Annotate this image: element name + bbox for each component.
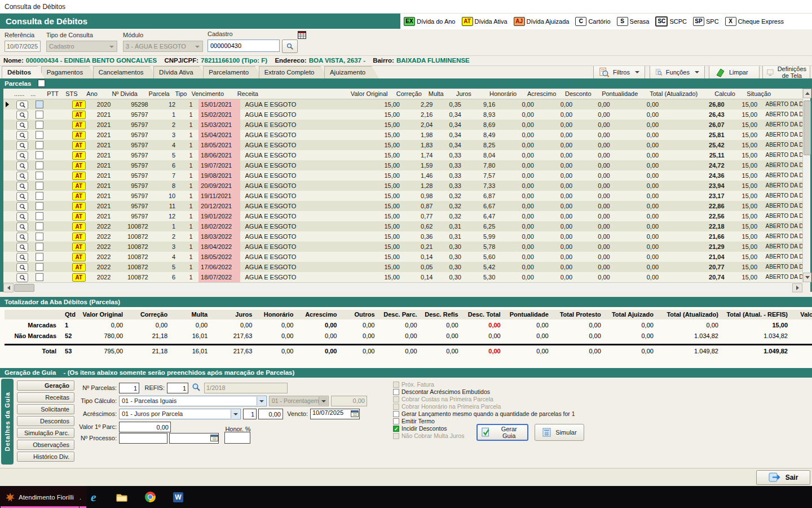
simular-button[interactable]: Simular xyxy=(535,424,584,441)
table-row[interactable]: AT 2021 95797 5 1 18/06/2021 AGUA E ESGO… xyxy=(3,150,802,160)
row-magnifier-button[interactable] xyxy=(16,172,28,181)
table-row[interactable]: AT 2022 100872 5 1 17/06/2022 AGUA E ESG… xyxy=(3,262,802,272)
row-checkbox[interactable] xyxy=(36,182,43,190)
table-row[interactable]: AT 2022 100872 6 1 18/07/2022 AGUA E ESG… xyxy=(3,272,802,282)
tab[interactable]: Dívida Ativa xyxy=(153,66,207,78)
table-row[interactable]: AT 2021 95797 4 1 18/05/2021 AGUA E ESGO… xyxy=(3,140,802,150)
grid-list-icon[interactable] xyxy=(298,31,306,41)
calendar-icon[interactable] xyxy=(351,410,359,420)
processo-input-1[interactable] xyxy=(119,433,167,444)
guia-side-button[interactable]: Histórico Div. xyxy=(17,452,74,462)
refis-search-icon[interactable] xyxy=(192,383,201,394)
row-magnifier-button[interactable] xyxy=(16,111,28,120)
row-magnifier-button[interactable] xyxy=(16,121,28,130)
table-row[interactable]: AT 2021 95797 10 1 19/11/2021 AGUA E ESG… xyxy=(3,191,802,201)
tipo-calculo-select[interactable]: 01 - Parcelas Iguais xyxy=(119,396,267,406)
acrescimos-select[interactable]: 01 - Juros por Parcela xyxy=(119,409,241,419)
row-checkbox[interactable] xyxy=(36,202,43,210)
row-magnifier-button[interactable] xyxy=(16,151,28,160)
row-checkbox[interactable] xyxy=(36,233,43,240)
row-checkbox[interactable] xyxy=(36,131,43,139)
guia-side-button[interactable]: Observações xyxy=(17,440,74,450)
row-checkbox[interactable] xyxy=(36,212,43,220)
row-checkbox[interactable] xyxy=(36,172,43,179)
tab[interactable]: Pagamentos xyxy=(41,66,97,78)
row-magnifier-button[interactable] xyxy=(16,192,28,201)
scroll-right-button[interactable] xyxy=(792,283,802,292)
taskbar-app[interactable]: Atendimento Fiorilli xyxy=(0,486,80,508)
table-row[interactable]: AT 2022 100872 3 1 18/04/2022 AGUA E ESG… xyxy=(3,242,802,252)
chrome-icon[interactable] xyxy=(139,486,161,508)
guia-side-button[interactable]: Solicitante xyxy=(17,404,74,414)
table-row[interactable]: AT 2022 100872 1 1 18/02/2022 AGUA E ESG… xyxy=(3,221,802,231)
horizontal-scroll-thumb[interactable] xyxy=(14,284,34,292)
tab[interactable]: Débitos xyxy=(2,66,45,78)
row-magnifier-button[interactable] xyxy=(16,253,28,262)
checkbox[interactable] xyxy=(393,404,399,410)
tab[interactable]: Parcelamento xyxy=(203,66,262,78)
acrescimos-valor-input[interactable] xyxy=(258,409,283,419)
cadastro-search-button[interactable] xyxy=(282,40,298,53)
referencia-field[interactable]: 10/07/2025 xyxy=(5,41,41,52)
vertical-scroll-thumb[interactable] xyxy=(804,100,811,155)
table-row[interactable]: AT 2021 95797 3 1 15/04/2021 AGUA E ESGO… xyxy=(3,130,802,140)
valor1-input[interactable] xyxy=(119,422,171,432)
guia-side-button[interactable]: Geração xyxy=(17,380,74,391)
row-magnifier-button[interactable] xyxy=(16,141,28,150)
row-checkbox[interactable] xyxy=(36,100,43,108)
word-icon[interactable]: W xyxy=(167,486,189,508)
scroll-down-button[interactable] xyxy=(803,273,811,282)
checkbox[interactable] xyxy=(393,411,399,417)
row-checkbox[interactable] xyxy=(36,121,43,129)
row-checkbox[interactable] xyxy=(36,263,43,271)
table-row[interactable]: AT 2021 95797 7 1 19/08/2021 AGUA E ESGO… xyxy=(3,170,802,181)
file-explorer-icon[interactable] xyxy=(111,486,133,508)
table-row[interactable]: AT 2021 95797 1 1 15/02/2021 AGUA E ESGO… xyxy=(3,110,802,120)
detalhes-da-guia-tab[interactable]: Detalhes da Guia xyxy=(1,379,14,465)
table-row[interactable]: AT 2021 95797 6 1 19/07/2021 AGUA E ESGO… xyxy=(3,160,802,170)
table-row[interactable]: AT 2021 95797 2 1 15/03/2021 AGUA E ESGO… xyxy=(3,120,802,130)
row-checkbox[interactable] xyxy=(36,161,43,169)
table-row[interactable]: AT 2022 100872 4 1 18/05/2022 AGUA E ESG… xyxy=(3,252,802,262)
row-magnifier-button[interactable] xyxy=(16,212,28,221)
checkbox[interactable] xyxy=(393,396,399,402)
row-checkbox[interactable] xyxy=(36,151,43,159)
row-checkbox[interactable] xyxy=(36,273,43,281)
row-checkbox[interactable] xyxy=(36,253,43,261)
scroll-left-button[interactable] xyxy=(3,283,14,292)
row-magnifier-button[interactable] xyxy=(16,100,28,110)
honor-input[interactable] xyxy=(224,432,250,444)
row-checkbox[interactable] xyxy=(36,111,43,119)
parcelas-checkbox[interactable] xyxy=(38,80,45,87)
vertical-scrollbar[interactable] xyxy=(802,89,810,282)
row-checkbox[interactable] xyxy=(36,243,43,251)
refis-input[interactable] xyxy=(167,383,188,393)
table-row[interactable]: AT 2022 100872 2 1 18/03/2022 AGUA E ESG… xyxy=(3,231,802,242)
checkbox[interactable] xyxy=(393,382,399,388)
table-row[interactable]: AT 2020 95298 12 1 15/01/2021 AGUA E ESG… xyxy=(3,99,802,110)
table-row[interactable]: AT 2021 95797 12 1 19/01/2022 AGUA E ESG… xyxy=(3,211,802,221)
row-magnifier-button[interactable] xyxy=(16,131,28,140)
gerar-guia-button[interactable]: Gerar Guia xyxy=(476,424,528,441)
n-parcelas-input[interactable] xyxy=(119,383,139,393)
checkbox[interactable] xyxy=(393,433,399,439)
row-magnifier-button[interactable] xyxy=(16,243,28,252)
tab[interactable]: Cancelamentos xyxy=(93,66,157,78)
row-checkbox[interactable] xyxy=(36,141,43,149)
table-row[interactable]: AT 2021 95797 8 1 20/09/2021 AGUA E ESGO… xyxy=(3,181,802,191)
row-checkbox[interactable] xyxy=(36,222,43,230)
tab[interactable]: Extrato Completo xyxy=(259,66,328,78)
checkbox[interactable] xyxy=(393,389,399,395)
row-magnifier-button[interactable] xyxy=(16,273,28,282)
checkbox[interactable] xyxy=(393,426,399,432)
row-magnifier-button[interactable] xyxy=(16,202,28,211)
acrescimos-num-input[interactable] xyxy=(243,409,257,419)
tab[interactable]: Ajuizamento xyxy=(324,66,379,78)
table-row[interactable]: AT 2021 95797 11 1 20/12/2021 AGUA E ESG… xyxy=(3,201,802,211)
checkbox[interactable] xyxy=(393,418,399,424)
row-magnifier-button[interactable] xyxy=(16,161,28,170)
sair-button[interactable]: Sair xyxy=(756,470,810,485)
horizontal-scrollbar[interactable] xyxy=(3,282,802,292)
row-magnifier-button[interactable] xyxy=(16,233,28,242)
calendar-icon[interactable] xyxy=(210,434,218,444)
